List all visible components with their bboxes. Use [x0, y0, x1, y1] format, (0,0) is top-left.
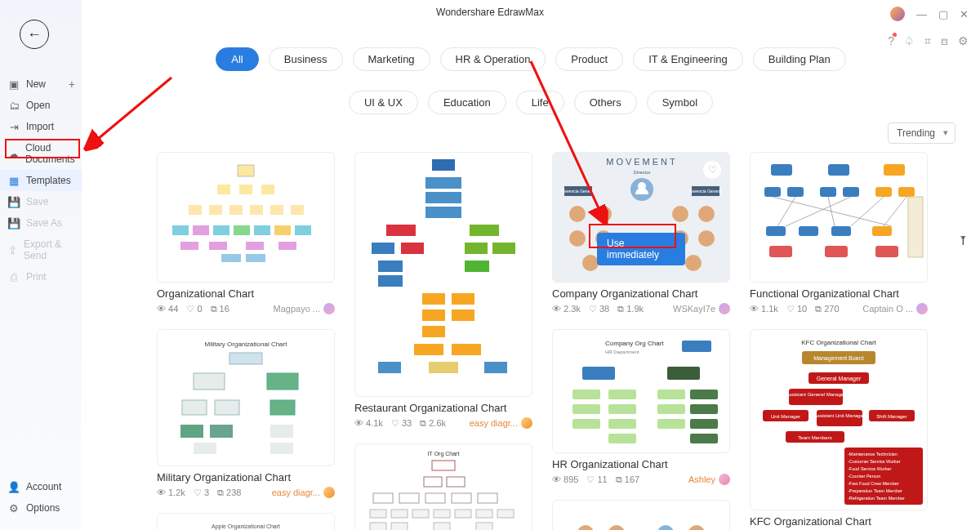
svg-rect-14: [213, 225, 229, 235]
maximize-icon[interactable]: ▢: [938, 8, 948, 20]
svg-text:Gerencia General: Gerencia General: [562, 189, 594, 194]
svg-rect-47: [401, 243, 424, 254]
bell-icon[interactable]: ♤: [904, 34, 915, 48]
main-content: All Business Marketing HR & Operation Pr…: [82, 0, 980, 530]
template-title: Functional Organizational Chart: [750, 287, 928, 300]
template-card[interactable]: Apple Organizational Chart: [157, 513, 335, 530]
svg-rect-106: [582, 367, 615, 380]
template-card[interactable]: Restaurant Organizational Chart 👁 4.1k ♡…: [354, 152, 532, 429]
template-card[interactable]: Functional Organizational Chart 👁 1.1k ♡…: [750, 152, 928, 314]
gear-icon: ⚙: [8, 502, 20, 514]
svg-rect-131: [820, 187, 836, 197]
svg-point-102: [685, 255, 702, 271]
svg-rect-116: [572, 419, 600, 429]
sidebar-item-account[interactable]: 👤 Account: [0, 476, 82, 497]
category-all[interactable]: All: [216, 47, 258, 71]
svg-rect-108: [572, 390, 600, 399]
thumb-partial: [559, 504, 723, 530]
svg-rect-27: [194, 373, 225, 390]
svg-rect-110: [657, 390, 685, 399]
svg-rect-21: [246, 242, 264, 250]
template-card[interactable]: Organizational Chart 👁 44 ♡ 0 ⧉ 16 Magpa…: [157, 152, 335, 314]
templates-icon: ▦: [8, 175, 20, 186]
svg-point-94: [595, 206, 612, 222]
views: 👁 4.1k: [354, 418, 383, 428]
category-business[interactable]: Business: [269, 47, 343, 71]
minimize-icon[interactable]: —: [916, 8, 927, 20]
template-title: Company Organizational Chart: [552, 287, 730, 300]
grid-icon[interactable]: ⌗: [924, 34, 931, 48]
svg-rect-112: [572, 404, 600, 414]
sidebar-item-import[interactable]: ⇥ Import: [0, 116, 82, 137]
copies: ⧉ 16: [211, 304, 229, 314]
category-product[interactable]: Product: [555, 47, 623, 71]
copies: ⧉ 2.6k: [420, 418, 446, 429]
sidebar-item-label: Print: [26, 271, 47, 283]
sidebar-item-label: Account: [26, 481, 61, 492]
category-others[interactable]: Others: [574, 91, 637, 114]
svg-rect-74: [412, 510, 429, 518]
likes: ♡ 0: [186, 304, 202, 314]
svg-rect-142: [799, 226, 818, 236]
folder-icon: 🗂: [8, 100, 20, 111]
svg-rect-117: [608, 419, 636, 429]
close-icon[interactable]: ✕: [960, 8, 969, 20]
category-life[interactable]: Life: [516, 91, 564, 114]
help-icon[interactable]: ?: [888, 34, 894, 48]
category-symbol[interactable]: Symbol: [647, 91, 713, 114]
use-immediately-button[interactable]: Use immediately: [597, 233, 685, 265]
titlebar: Wondershare EdrawMax — ▢ ✕: [0, 0, 980, 24]
svg-rect-69: [425, 493, 445, 503]
svg-rect-12: [172, 225, 189, 235]
svg-rect-154: [789, 389, 843, 405]
svg-rect-79: [370, 523, 386, 530]
svg-rect-156: [817, 410, 862, 426]
svg-rect-78: [497, 510, 514, 518]
sidebar-item-open[interactable]: 🗂 Open: [0, 95, 82, 116]
sidebar-item-label: Export & Send: [24, 238, 74, 261]
sort-select[interactable]: Trending: [888, 122, 956, 144]
sidebar-item-templates[interactable]: ▦ Templates: [0, 170, 82, 191]
import-icon: ⇥: [8, 121, 20, 132]
template-card[interactable]: IT Org Chart: [354, 443, 532, 530]
svg-rect-115: [690, 404, 718, 414]
gear-icon[interactable]: ⚙: [958, 34, 969, 48]
template-title: Military Organizational Chart: [157, 471, 335, 483]
svg-rect-141: [766, 226, 786, 236]
svg-text:-Fast Food Crew Member: -Fast Food Crew Member: [848, 481, 899, 486]
template-card[interactable]: Company Org Chart HR Department HR Organ…: [552, 329, 730, 485]
svg-text:HR Department: HR Department: [605, 350, 639, 354]
svg-rect-80: [391, 523, 408, 530]
svg-rect-9: [250, 205, 263, 215]
sidebar-item-options[interactable]: ⚙ Options: [0, 497, 82, 519]
user-avatar[interactable]: [890, 7, 905, 21]
svg-rect-143: [831, 226, 851, 236]
svg-rect-129: [764, 187, 781, 197]
plus-icon[interactable]: +: [69, 78, 75, 91]
category-uiux[interactable]: UI & UX: [349, 91, 418, 114]
svg-rect-13: [193, 225, 209, 235]
sidebar-item-new[interactable]: ▣ New +: [0, 73, 82, 95]
svg-rect-105: [682, 341, 711, 352]
template-card[interactable]: KFC Organizational Chart Management Boar…: [750, 329, 928, 530]
author: easy diagr...: [470, 417, 532, 429]
svg-rect-146: [825, 246, 848, 257]
template-card[interactable]: Military Organizational Chart Military O…: [157, 329, 335, 498]
svg-rect-18: [295, 225, 311, 235]
svg-rect-62: [484, 362, 507, 373]
category-marketing[interactable]: Marketing: [353, 47, 430, 71]
sidebar-item-label: Cloud Documents: [25, 142, 75, 165]
sidebar-item-label: Open: [26, 100, 50, 111]
views: 👁 44: [157, 304, 178, 314]
svg-rect-28: [267, 373, 298, 390]
template-card[interactable]: [552, 500, 730, 530]
sidebar-item-cloud[interactable]: ☁ Cloud Documents: [0, 137, 82, 170]
category-education[interactable]: Education: [428, 91, 506, 114]
category-hr[interactable]: HR & Operation: [440, 47, 546, 71]
template-card[interactable]: ♡ MOVEMENT Director Gerencia General Ger…: [552, 152, 730, 314]
category-building[interactable]: Building Plan: [753, 47, 846, 71]
svg-rect-24: [246, 254, 265, 262]
favorite-icon[interactable]: ♡: [703, 161, 721, 179]
shop-icon[interactable]: ⧈: [941, 34, 948, 48]
category-it[interactable]: IT & Engineering: [633, 47, 743, 71]
